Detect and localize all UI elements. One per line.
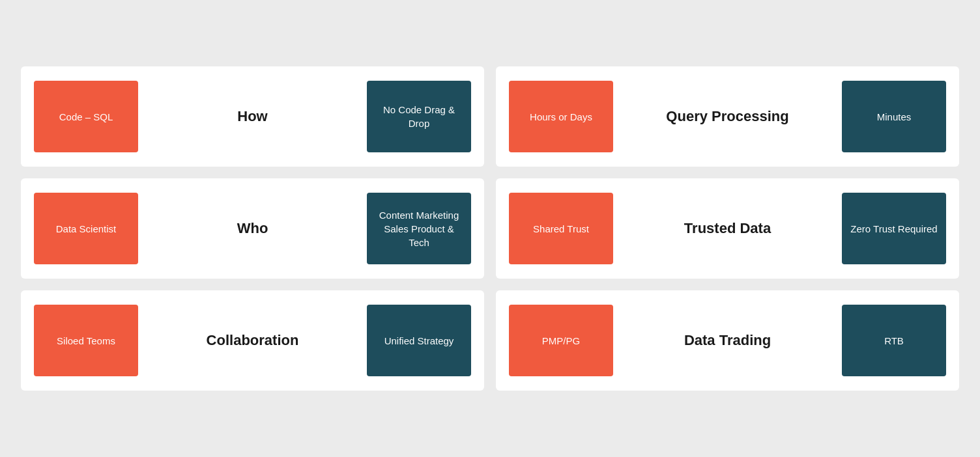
card-collaboration: Siloed TeomsCollaborationUnified Strateg…	[21, 290, 484, 391]
card-data-trading: PMP/PGData TradingRTB	[496, 290, 959, 391]
card-how-right: No Code Drag & Drop	[367, 81, 471, 152]
card-query-processing-right: Minutes	[842, 81, 946, 152]
card-collaboration-right: Unified Strategy	[367, 305, 471, 376]
card-how: Code – SQLHowNo Code Drag & Drop	[21, 66, 484, 167]
card-query-processing: Hours or DaysQuery ProcessingMinutes	[496, 66, 959, 167]
main-grid: Code – SQLHowNo Code Drag & DropHours or…	[21, 66, 959, 391]
card-how-left: Code – SQL	[34, 81, 138, 152]
card-collaboration-center: Collaboration	[145, 332, 360, 349]
card-data-trading-left: PMP/PG	[509, 305, 613, 376]
card-who-right: Content Marketing Sales Product & Tech	[367, 193, 471, 264]
card-who: Data ScientistWhoContent Marketing Sales…	[21, 178, 484, 279]
card-data-trading-center: Data Trading	[620, 332, 835, 349]
card-trusted-data: Shared TrustTrusted DataZero Trust Requi…	[496, 178, 959, 279]
card-who-left: Data Scientist	[34, 193, 138, 264]
card-who-center: Who	[145, 220, 360, 237]
card-how-center: How	[145, 108, 360, 125]
card-query-processing-center: Query Processing	[620, 108, 835, 125]
card-data-trading-right: RTB	[842, 305, 946, 376]
card-collaboration-left: Siloed Teoms	[34, 305, 138, 376]
card-trusted-data-right: Zero Trust Required	[842, 193, 946, 264]
card-query-processing-left: Hours or Days	[509, 81, 613, 152]
card-trusted-data-center: Trusted Data	[620, 220, 835, 237]
card-trusted-data-left: Shared Trust	[509, 193, 613, 264]
